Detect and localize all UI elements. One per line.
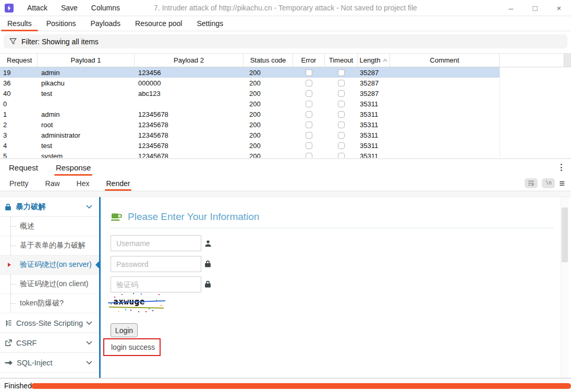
cell-payload2: 12345678	[135, 151, 244, 158]
render-scrollbar[interactable]	[561, 197, 568, 378]
cell-length: 35287	[358, 67, 390, 78]
menu-save[interactable]: Save	[61, 4, 78, 12]
minimize-button[interactable]: –	[499, 4, 523, 13]
sidebar-item-token[interactable]: token防爆破?	[0, 294, 99, 313]
column-header-length[interactable]: Length	[358, 54, 390, 67]
sidebar-section-label: 暴力破解	[16, 202, 46, 212]
cell-payload2: abc123	[135, 88, 244, 99]
column-header-length-label: Length	[360, 56, 381, 64]
error-checkbox[interactable]	[306, 69, 312, 76]
error-checkbox[interactable]	[306, 132, 312, 139]
menu-attack[interactable]: Attack	[27, 4, 47, 12]
cell-payload1: test	[38, 140, 135, 151]
captcha-field[interactable]	[111, 276, 201, 292]
column-header-payload2[interactable]: Payload 2	[135, 54, 244, 67]
username-field[interactable]	[111, 235, 201, 251]
cell-length: 35311	[358, 99, 390, 109]
column-header-comment[interactable]: Comment	[390, 54, 500, 67]
sidebar-item-label: 验证码绕过(on server)	[20, 260, 92, 270]
sidebar-section-label: Cross-Site Scripting	[16, 319, 83, 327]
tab-render[interactable]: Render	[99, 176, 138, 191]
column-header-error[interactable]: Error	[293, 54, 325, 67]
tab-pretty[interactable]: Pretty	[2, 176, 36, 191]
tab-settings[interactable]: Settings	[189, 17, 230, 31]
kebab-menu-icon[interactable]	[559, 162, 564, 173]
tab-positions[interactable]: Positions	[39, 17, 83, 31]
column-header-timeout[interactable]: Timeout	[325, 54, 358, 67]
chevron-down-icon	[86, 321, 92, 325]
error-checkbox[interactable]	[306, 111, 312, 118]
sidebar-item-form-brute-force[interactable]: 基于表单的暴力破解	[0, 236, 99, 255]
table-row[interactable]: 40testabc12320035287	[0, 88, 500, 99]
login-button[interactable]: Login	[111, 323, 138, 337]
filter-bar[interactable]: Filter: Showing all items	[4, 34, 567, 48]
close-button[interactable]: ×	[547, 4, 571, 13]
timeout-checkbox[interactable]	[338, 153, 345, 158]
cell-status-code: 200	[244, 140, 293, 151]
maximize-button[interactable]: □	[523, 4, 547, 13]
sidebar-section-sql-inject[interactable]: SQL-Inject	[0, 353, 99, 373]
error-checkbox[interactable]	[306, 121, 312, 128]
password-field[interactable]	[111, 256, 201, 272]
scrollbar-thumb[interactable]	[562, 207, 568, 262]
active-item-pointer	[95, 260, 101, 270]
timeout-checkbox[interactable]	[338, 121, 345, 128]
cell-length: 35311	[358, 109, 390, 119]
sidebar-item-captcha-bypass-server[interactable]: 验证码绕过(on server)	[0, 255, 99, 275]
word-wrap-icon[interactable]	[525, 178, 538, 188]
cell-comment	[390, 130, 500, 140]
table-row[interactable]: 4test1234567820035311	[0, 140, 500, 151]
table-row[interactable]: 3administrator1234567820035311	[0, 130, 500, 140]
error-checkbox[interactable]	[306, 80, 312, 87]
tab-payloads[interactable]: Payloads	[83, 17, 128, 31]
window-title: 7. Intruder attack of http://pikachu.cn …	[154, 4, 417, 12]
table-row[interactable]: 36pikachu00000020035287	[0, 78, 500, 88]
cell-error	[293, 151, 325, 158]
sidebar-section-csrf[interactable]: CSRF	[0, 333, 99, 353]
error-checkbox[interactable]	[306, 90, 312, 97]
heading-divider	[111, 228, 554, 228]
newline-icon[interactable]: \n	[542, 178, 555, 188]
column-header-payload1[interactable]: Payload 1	[38, 54, 135, 67]
timeout-checkbox[interactable]	[338, 132, 345, 139]
error-checkbox[interactable]	[306, 153, 312, 158]
timeout-checkbox[interactable]	[338, 90, 345, 97]
table-row[interactable]: 5system1234567820035311	[0, 151, 500, 158]
timeout-checkbox[interactable]	[338, 142, 345, 149]
timeout-checkbox[interactable]	[338, 111, 345, 118]
sidebar-item-label: token防爆破?	[20, 299, 64, 308]
sidebar-section-brute-force[interactable]: 暴力破解	[0, 197, 99, 217]
table-row[interactable]: 1admin1234567820035311	[0, 109, 500, 119]
sidebar-section-label: SQL-Inject	[17, 359, 53, 367]
timeout-checkbox[interactable]	[338, 80, 345, 87]
error-checkbox[interactable]	[306, 101, 312, 107]
column-header-status-code[interactable]: Status code	[244, 54, 293, 67]
column-header-request[interactable]: Request	[0, 54, 38, 67]
cell-timeout	[325, 109, 358, 119]
status-label: Finished	[4, 382, 32, 390]
captcha-image[interactable]: axwuge	[110, 295, 158, 311]
sidebar-section-xss[interactable]: Cross-Site Scripting	[0, 313, 99, 333]
tab-resource-pool[interactable]: Resource pool	[128, 17, 189, 31]
table-row[interactable]: 020035311	[0, 99, 500, 109]
sidebar-item-captcha-bypass-client[interactable]: 验证码绕过(on client)	[0, 275, 99, 294]
table-settings-corner[interactable]	[564, 54, 571, 67]
tab-raw[interactable]: Raw	[38, 176, 67, 191]
tab-response[interactable]: Response	[47, 159, 100, 176]
tab-results[interactable]: Results	[0, 17, 39, 31]
timeout-checkbox[interactable]	[338, 69, 345, 76]
cell-request: 2	[0, 119, 38, 130]
table-row[interactable]: 19admin12345620035287	[0, 67, 500, 78]
table-row[interactable]: 2root1234567820035311	[0, 119, 500, 130]
sidebar-item-overview[interactable]: 概述	[0, 217, 99, 236]
error-checkbox[interactable]	[306, 142, 312, 149]
cell-payload1: admin	[38, 67, 135, 78]
coffee-cup-icon	[111, 213, 123, 222]
tab-hex[interactable]: Hex	[69, 176, 97, 191]
tree-list-icon	[5, 320, 12, 327]
tab-request[interactable]: Request	[0, 159, 47, 176]
menu-columns[interactable]: Columns	[91, 4, 120, 12]
timeout-checkbox[interactable]	[338, 101, 345, 107]
sidebar-section-label: CSRF	[16, 339, 37, 347]
hamburger-menu-icon[interactable]: ≡	[559, 179, 565, 188]
